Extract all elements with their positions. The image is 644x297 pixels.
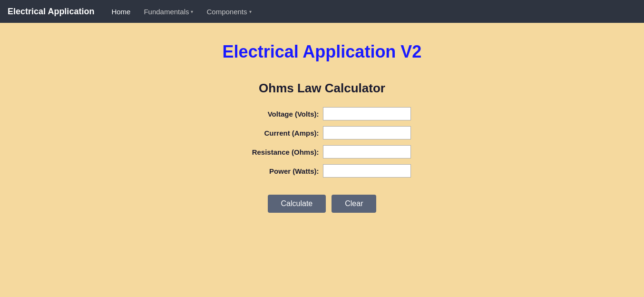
fundamentals-dropdown-icon: ▾ (191, 9, 193, 14)
components-dropdown-icon: ▾ (249, 9, 252, 14)
nav-links: Home Fundamentals ▾ Components ▾ (106, 4, 257, 20)
voltage-group: Voltage (Volts): (234, 107, 411, 120)
power-input[interactable] (323, 164, 411, 178)
current-label: Current (Amps): (234, 129, 319, 137)
nav-brand: Electrical Application (8, 7, 94, 17)
resistance-group: Resistance (Ohms): (234, 145, 411, 158)
calculate-button[interactable]: Calculate (268, 195, 326, 213)
clear-button[interactable]: Clear (332, 195, 376, 213)
navbar: Electrical Application Home Fundamentals… (0, 0, 644, 23)
main-content: Electrical Application V2 Ohms Law Calcu… (0, 23, 644, 232)
calculator-title: Ohms Law Calculator (259, 81, 385, 96)
current-input[interactable] (323, 126, 411, 139)
voltage-input[interactable] (323, 107, 411, 120)
calculator-card: Ohms Law Calculator Voltage (Volts): Cur… (234, 81, 411, 213)
resistance-input[interactable] (323, 145, 411, 158)
current-group: Current (Amps): (234, 126, 411, 139)
power-group: Power (Watts): (234, 164, 411, 178)
nav-link-components[interactable]: Components ▾ (201, 4, 257, 20)
nav-link-home[interactable]: Home (106, 4, 136, 20)
resistance-label: Resistance (Ohms): (234, 148, 319, 156)
page-title: Electrical Application V2 (223, 42, 422, 62)
button-row: Calculate Clear (268, 195, 377, 213)
power-label: Power (Watts): (234, 167, 319, 175)
nav-link-fundamentals[interactable]: Fundamentals ▾ (138, 4, 199, 20)
voltage-label: Voltage (Volts): (234, 110, 319, 118)
